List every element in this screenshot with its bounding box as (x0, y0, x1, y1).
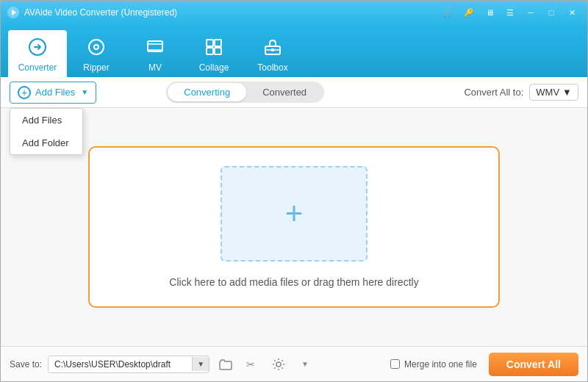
tab-converting[interactable]: Converting (168, 83, 246, 101)
add-files-label: Add Files (35, 87, 75, 98)
nav-item-mv[interactable]: MV (126, 30, 184, 77)
mv-label: MV (148, 62, 162, 73)
save-to-label: Save to: (10, 359, 42, 370)
plus-circle-icon: + (18, 86, 31, 99)
merge-checkbox[interactable] (390, 359, 400, 369)
nav-item-converter[interactable]: Converter (8, 30, 67, 77)
merge-label[interactable]: Merge into one file (404, 359, 477, 370)
svg-rect-6 (207, 40, 213, 46)
svg-point-3 (89, 40, 104, 54)
svg-rect-12 (271, 48, 274, 51)
close-button[interactable]: ✕ (562, 5, 581, 20)
settings-dropdown-button[interactable]: ▼ (295, 354, 315, 375)
tab-converted[interactable]: Converted (246, 83, 323, 101)
monitor-icon[interactable]: 🖥 (480, 5, 499, 20)
convert-all-button[interactable]: Convert All (489, 353, 578, 376)
maximize-button[interactable]: □ (542, 5, 561, 20)
path-dropdown-button[interactable]: ▼ (192, 357, 209, 371)
nav-item-ripper[interactable]: Ripper (67, 30, 126, 77)
add-files-button[interactable]: + Add Files ▼ (10, 82, 96, 104)
merge-check-group: Merge into one file (390, 359, 477, 370)
key-icon[interactable]: 🔑 (459, 5, 478, 20)
svg-point-4 (94, 45, 98, 49)
svg-text:✂: ✂ (246, 358, 255, 370)
convert-all-to-group: Convert All to: WMV ▼ (464, 84, 578, 101)
add-files-dropdown: Add Files Add Folder (10, 108, 83, 155)
cart-icon[interactable]: 🛒 (439, 5, 458, 20)
nav-bar: Converter Ripper MV (1, 24, 587, 77)
main-content: + Click here to add media files or drag … (1, 108, 587, 346)
app-logo-icon (7, 6, 20, 19)
converter-label: Converter (18, 62, 57, 73)
nav-item-collage[interactable]: Collage (184, 30, 243, 77)
selected-format: WMV (536, 87, 559, 98)
ripper-label: Ripper (83, 62, 109, 73)
tab-group: Converting Converted (166, 82, 324, 103)
open-folder-button[interactable] (215, 354, 236, 375)
collage-icon (204, 37, 223, 60)
menu-icon[interactable]: ☰ (501, 5, 520, 20)
toolbar-row: + Add Files ▼ Add Files Add Folder Conve… (1, 77, 587, 108)
svg-point-14 (276, 362, 281, 367)
svg-rect-9 (215, 48, 221, 54)
converter-icon (28, 37, 47, 60)
svg-rect-8 (207, 48, 213, 54)
save-path-input[interactable] (49, 356, 192, 372)
dropdown-add-folder[interactable]: Add Folder (10, 131, 82, 154)
footer: Save to: ▼ ✂ ▼ Merge into one file Conve… (1, 346, 587, 381)
save-path-input-wrap: ▼ (48, 356, 209, 373)
drop-zone[interactable]: + Click here to add media files or drag … (88, 146, 500, 308)
settings-icon-button[interactable] (268, 354, 289, 375)
minimize-button[interactable]: ─ (521, 5, 540, 20)
ripper-icon (87, 37, 106, 60)
inner-drop-area[interactable]: + (220, 166, 368, 262)
dropdown-arrow-icon: ▼ (81, 88, 88, 96)
mv-icon (146, 37, 165, 60)
nav-item-toolbox[interactable]: Toolbox (243, 30, 302, 77)
add-media-plus-icon: + (285, 198, 304, 229)
format-dropdown-arrow: ▼ (562, 87, 572, 98)
dropdown-add-files[interactable]: Add Files (10, 109, 82, 131)
title-bar-controls: 🛒 🔑 🖥 ☰ ─ □ ✕ (439, 5, 581, 20)
title-bar-text: AVAide Video Converter (Unregistered) (24, 7, 439, 18)
drop-zone-text: Click here to add media files or drag th… (169, 276, 418, 288)
svg-rect-7 (215, 40, 221, 46)
toolbox-icon (263, 37, 282, 60)
convert-all-to-label: Convert All to: (464, 87, 523, 98)
toolbox-label: Toolbox (257, 62, 287, 73)
collage-label: Collage (199, 62, 229, 73)
title-bar: AVAide Video Converter (Unregistered) 🛒 … (1, 1, 587, 24)
cut-icon-button[interactable]: ✂ (242, 354, 262, 375)
format-select[interactable]: WMV ▼ (529, 84, 578, 101)
